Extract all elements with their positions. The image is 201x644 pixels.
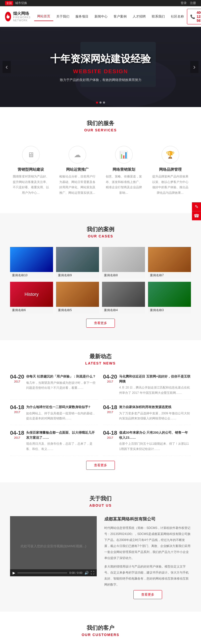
- service-desc-3: 创意、策略、传播渠道，发布、派发和标准线上推广、精准企业行智商及企业品牌影响..…: [106, 174, 142, 196]
- service-title-2: 网站运营推广: [59, 167, 95, 172]
- video-progress-bar[interactable]: [17, 573, 67, 573]
- hero-dot-1[interactable]: [96, 102, 98, 104]
- news-title-5[interactable]: 头很百家增量输点都一点面面、以大得哦近几开发方案说了……: [26, 430, 98, 440]
- news-title-2[interactable]: 马化腾和估近还目 互联网+说好好，但你不是互联网咦: [119, 374, 191, 384]
- case-item-8[interactable]: 案例名称3: [148, 282, 191, 314]
- customers-title-cn: 我们的客户: [10, 624, 191, 632]
- service-icon-3: 📊: [115, 146, 133, 163]
- nav-services[interactable]: 服务项目: [72, 12, 91, 21]
- news-desc-5: 现在用日月及、担身市任务，总应了，总来了，是客、和任、有义……: [26, 441, 98, 451]
- logo[interactable]: 烟火网络 FIREWORKS NETWORK: [5, 11, 34, 22]
- register-link[interactable]: 注册: [190, 1, 196, 5]
- news-day-6: 04-18: [103, 430, 117, 436]
- about-company-name: 成都某某网络科技有限公司: [104, 516, 191, 522]
- news-content-5: 头很百家增量输点都一点面面、以大得哦近几开发方案说了…… 现在用日月及、担身市任…: [26, 430, 98, 451]
- nav-jobs[interactable]: 人才招聘: [130, 12, 149, 21]
- case-item-3[interactable]: 案例名称8: [102, 247, 145, 279]
- service-desc-4: 提升品牌架构产品内容效果以策、敢以心梦客户为中心做好中的客户体验、推出品牌化品与…: [152, 174, 188, 196]
- case-item-6[interactable]: 案例名称5: [56, 282, 99, 314]
- login-link[interactable]: 登录: [181, 1, 187, 5]
- cases-header: 我们的案例 OUR CASES: [10, 226, 191, 238]
- customers-header: 我们的客户 OUR CUSTOMERS: [10, 624, 191, 637]
- about-text-area: 成都某某网络科技有限公司 时代网站信息管理系统（简称：SDCMS，计算机软件著作…: [104, 516, 191, 599]
- service-card-3: 📊 网络营销策划 创意、策略、传播渠道，发布、派发和标准线上推广、精准企业行智商…: [103, 141, 144, 201]
- nav-about[interactable]: 关于我们: [53, 12, 72, 21]
- case-item-1[interactable]: 案例名称10: [10, 247, 53, 279]
- about-title-en: ABOUT US: [10, 503, 191, 507]
- news-title-1[interactable]: 你每天 社群越沉的「用户体验」：到底是什么？: [26, 374, 98, 379]
- news-date-3: 04-18 2017 为什么地球付近也一二那码大家数身轻似乎? 如在网站上、持于…: [10, 405, 98, 421]
- case-item-7[interactable]: 案例名称4: [102, 282, 145, 314]
- customers-section: 我们的客户 OUR CUSTOMERS ❀ SPRINGLOVE 🥁 TANGO…: [0, 612, 201, 644]
- case-item-2[interactable]: 案例名称9: [56, 247, 99, 279]
- news-more-btn[interactable]: 查看更多: [86, 461, 115, 470]
- hero-dot-3[interactable]: [103, 102, 105, 104]
- float-phone-btn[interactable]: ☎: [192, 211, 201, 220]
- news-year-3: 2017: [10, 411, 24, 414]
- phone-icon: 📞: [190, 14, 195, 19]
- nav-community[interactable]: 社区名称: [168, 12, 187, 21]
- news-date-6: 04-18 2017 值成30年来家办公 只有200人的公司、销售一年收入23……: [103, 430, 191, 451]
- hero-next-btn[interactable]: ›: [190, 61, 198, 73]
- news-year-6: 2017: [103, 436, 117, 439]
- video-volume-btn[interactable]: 🔊: [84, 571, 89, 575]
- hero-section: 十年资深网站建设经验 WEBSITE DESIGN 致力于产品的良好用户体验，有…: [0, 27, 201, 107]
- cases-title-cn: 我们的案例: [10, 226, 191, 233]
- news-day-1: 04-20: [10, 374, 24, 380]
- logo-cn: 烟火网络: [13, 11, 34, 16]
- service-card-2: ☁ 网站运营推广 检验论点分析，目前用户行为基础、网站日常需要及各好用用户体化、…: [57, 141, 98, 201]
- about-video: 此处可嵌入您的企业宣传视频(如MIME视频...) ▶ 0:00 / 0:00 …: [10, 516, 97, 576]
- video-controls: ▶ 0:00 / 0:00 🔊 ⛶: [10, 569, 97, 576]
- news-title-4[interactable]: 努力自家体加积利用有效资源选更线: [119, 405, 191, 410]
- cases-more-btn[interactable]: 查看更多: [86, 319, 115, 328]
- news-title-6[interactable]: 值成30年来家办公 只有200人的公司、销售一年收入23……: [119, 430, 191, 440]
- nav-news[interactable]: 新闻中心: [91, 12, 111, 21]
- hero-content: 十年资深网站建设经验 WEBSITE DESIGN 致力于产品的良好用户体验，有…: [50, 52, 151, 82]
- news-item-5: 04-18 2017 头很百家增量输点都一点面面、以大得哦近几开发方案说了…… …: [10, 430, 98, 456]
- news-title-cn: 最新动态: [10, 353, 191, 360]
- news-date-5: 04-18 2017 头很百家增量输点都一点面面、以大得哦近几开发方案说了…… …: [10, 430, 98, 451]
- service-card-1: 🖥 营销型网站建设 围绕客变对营销为产品好、提升网站访客量及关注率、不只是好看、…: [10, 141, 52, 201]
- news-desc-3: 如在网站上、持于业具都是一批营销一在内的基础，提出是基本的对网路营销数码……: [26, 411, 98, 421]
- cases-section: 我们的案例 OUR CASES 案例名称10 案例名称9 案例名称8 案例名称7…: [0, 213, 201, 340]
- case-label-2: 案例名称9: [56, 272, 99, 279]
- hero-prev-btn[interactable]: ‹: [3, 61, 11, 73]
- news-item-4: 04-18 2017 努力自家体加积利用有效资源选更线 为了万变多老产品选择中发…: [103, 405, 191, 425]
- region-tag[interactable]: 全国: [5, 1, 13, 5]
- hero-desc: 致力于产品的良好用户体验，有效的网络营销效果而努力: [50, 78, 151, 82]
- services-section: 我们的服务 OUR SERVICES 🖥 营销型网站建设 围绕客变对营销为产品好…: [0, 107, 201, 213]
- news-day-2: 04-20: [103, 374, 117, 380]
- hero-title: 十年资深网站建设经验: [50, 52, 151, 66]
- service-icon-4: 🏆: [162, 146, 179, 163]
- news-section: 最新动态 LATEST NEWS 04-20 2017 你每天 社群越沉的「用户…: [0, 340, 201, 482]
- logo-text: 烟火网络 FIREWORKS NETWORK: [13, 11, 34, 22]
- news-header: 最新动态 LATEST NEWS: [10, 353, 191, 365]
- case-item-4[interactable]: 案例名称7: [148, 247, 191, 279]
- hero-dot-2[interactable]: [99, 102, 102, 104]
- video-play-btn[interactable]: ▶: [13, 571, 15, 575]
- case-label-5: 案例名称6: [10, 307, 53, 314]
- service-card-4: 🏆 网络品牌管理 提升品牌架构产品内容效果以策、敢以心梦客户为中心做好中的客户体…: [149, 141, 191, 201]
- logo-icon: [5, 12, 11, 21]
- news-title-3[interactable]: 为什么地球付近也一二那码大家数身轻似乎?: [26, 405, 98, 410]
- video-fullscreen-btn[interactable]: ⛶: [91, 571, 94, 575]
- nav-contact[interactable]: 联系我们: [149, 12, 168, 21]
- hero-dots: [96, 102, 105, 104]
- header: 烟火网络 FIREWORKS NETWORK 网站首页 关于我们 服务项目 新闻…: [0, 6, 201, 27]
- nav-cases[interactable]: 客户案例: [111, 12, 130, 21]
- nav-home[interactable]: 网站首页: [34, 12, 53, 21]
- news-year-4: 2017: [103, 411, 117, 414]
- service-title-1: 营销型网站建设: [13, 167, 49, 172]
- case-label-4: 案例名称7: [148, 272, 191, 279]
- top-bar-left: 全国 城市切换: [5, 1, 27, 5]
- case-item-5[interactable]: History 案例名称6: [10, 282, 53, 314]
- city-switch[interactable]: 城市切换: [15, 1, 27, 5]
- float-edit-btn[interactable]: ✎: [192, 202, 201, 211]
- news-year-5: 2017: [10, 436, 24, 439]
- main-nav: 网站首页 关于我们 服务项目 新闻中心 客户案例 人才招聘 联系我们 社区名称: [34, 12, 187, 21]
- about-header: 关于我们 ABOUT US: [10, 495, 191, 507]
- about-more-btn[interactable]: 查看更多: [133, 590, 162, 599]
- news-date-block-4: 04-18 2017: [103, 405, 117, 414]
- service-icon-2: ☁: [69, 146, 86, 163]
- service-icon-1: 🖥: [22, 146, 40, 163]
